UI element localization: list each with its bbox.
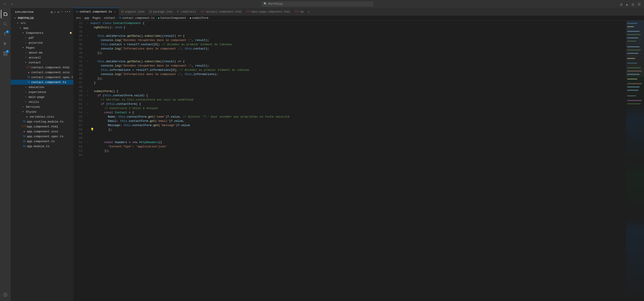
bc-src[interactable]: src bbox=[76, 17, 81, 20]
svg-rect-31 bbox=[626, 21, 644, 77]
layout-sidebar-icon[interactable]: ◫ bbox=[620, 3, 624, 6]
tree-variables-scss[interactable]: ◈ variables.scss bbox=[11, 114, 74, 119]
sidebar-header-icons: ▤ ▭ ↻ − ••• bbox=[51, 10, 71, 14]
tree-polaroid[interactable]: › polaroid bbox=[11, 40, 74, 45]
refresh-icon[interactable]: ↻ bbox=[58, 10, 60, 14]
code-line-35 bbox=[84, 30, 626, 34]
variables-scss-icon: ◈ bbox=[25, 115, 29, 119]
tree-contact-spec[interactable]: TS contact.component.spec.ts bbox=[11, 75, 74, 80]
scss-icon: ◈ bbox=[27, 71, 30, 74]
tree-main-page[interactable]: › main-page bbox=[11, 95, 74, 99]
code-line-50: ▾ if (this.contactForm.valid) { bbox=[84, 93, 626, 98]
pages-label: Pages bbox=[26, 46, 35, 50]
tree-contact-scss[interactable]: ◈ contact.component.scss bbox=[11, 70, 74, 75]
code-line-29: ngOnInit(): void { bbox=[84, 25, 626, 30]
layout-grid-icon[interactable]: ☷ bbox=[638, 3, 642, 6]
tab-package-json[interactable]: {} package.json bbox=[147, 8, 175, 16]
tree-styles[interactable]: ▾ Styles bbox=[11, 109, 74, 114]
tab-angular-json[interactable]: {} angular.json bbox=[119, 8, 147, 16]
bc-method[interactable]: submitForm bbox=[192, 17, 208, 20]
tree-app-routing[interactable]: TS app-routing.module.ts bbox=[11, 119, 74, 124]
tab-contact-ts[interactable]: TS contact.component.ts ✕ bbox=[74, 8, 119, 16]
new-file-icon[interactable]: ▤ bbox=[51, 10, 53, 14]
bc-app[interactable]: app bbox=[84, 17, 89, 20]
code-editor: 13 29 35 36 37 38 39 40 41 42 43 44 45 4… bbox=[74, 21, 644, 301]
tree-skills[interactable]: › skills bbox=[11, 99, 74, 104]
svg-rect-25 bbox=[627, 83, 642, 84]
tree-app-ts[interactable]: TS app.component.ts bbox=[11, 139, 74, 144]
code-line-38: this.contact = result?.contact[0]; // Ac… bbox=[84, 42, 626, 47]
breadcrumb: src › app › Pages › contact › TS contact… bbox=[74, 16, 644, 21]
tree-app-module[interactable]: TS app.module.ts bbox=[11, 144, 74, 149]
bc-contact[interactable]: contact bbox=[104, 17, 115, 20]
forward-button[interactable]: → bbox=[9, 1, 14, 7]
app-html-label: app.component.html bbox=[27, 125, 58, 128]
bc-filename[interactable]: contact.component.ts bbox=[122, 17, 154, 20]
components-dot bbox=[70, 32, 72, 34]
app-html-icon: </> bbox=[22, 125, 26, 128]
tree-contact-ts[interactable]: TS contact.component.ts bbox=[11, 80, 74, 85]
src-label: src bbox=[20, 22, 26, 25]
tree-about-me[interactable]: › about-me bbox=[11, 50, 74, 55]
tab-ab[interactable]: </> ab bbox=[293, 8, 306, 16]
tree-app-html[interactable]: </> app.component.html bbox=[11, 124, 74, 129]
bc-sep6: › bbox=[187, 17, 189, 20]
bc-sep3: › bbox=[102, 17, 103, 20]
tree-root-portfolio[interactable]: ▾ PORTFOLIO bbox=[11, 16, 74, 21]
tree-app-scss[interactable]: ◈ app.component.scss bbox=[11, 129, 74, 134]
more-icon[interactable]: ••• bbox=[64, 10, 71, 14]
code-line-52: ▾ if (this.contactForm) { bbox=[84, 102, 626, 106]
tree-pdf[interactable]: › pdf bbox=[11, 35, 74, 40]
tree-experience[interactable]: › experience bbox=[11, 90, 74, 95]
code-line-64 bbox=[84, 153, 626, 157]
tree-pages[interactable]: ▾ Pages bbox=[11, 45, 74, 50]
bc-class[interactable]: ContactComponent bbox=[160, 17, 186, 20]
tab-main-page-html[interactable]: </> main-page.component.html bbox=[244, 8, 293, 16]
tree-education[interactable]: › education bbox=[11, 85, 74, 90]
tree-src[interactable]: ▾ src bbox=[11, 21, 74, 26]
code-line-13: ▾ export class ContactComponent { bbox=[84, 21, 626, 25]
bc-sep2: › bbox=[90, 17, 92, 20]
tree-components[interactable]: ▾ Components bbox=[11, 31, 74, 35]
activity-run[interactable] bbox=[1, 39, 10, 48]
activity-search[interactable] bbox=[1, 20, 10, 29]
bc-pages[interactable]: Pages bbox=[93, 17, 101, 20]
tree-services[interactable]: › Services bbox=[11, 104, 74, 109]
activity-source-control[interactable]: 4 bbox=[1, 29, 10, 38]
code-line-49: ▾ submitForm() { bbox=[84, 89, 626, 93]
contact-label: contact bbox=[29, 61, 41, 64]
svg-rect-30 bbox=[627, 103, 641, 104]
tab-more-button[interactable]: ⋯ bbox=[306, 8, 312, 16]
sidebar: EXPLORATEUR ▤ ▭ ↻ − ••• ▾ PORTFOLIO ▾ sr… bbox=[11, 8, 74, 301]
back-button[interactable]: ← bbox=[2, 1, 8, 7]
svg-rect-27 bbox=[627, 90, 638, 91]
tree-contact-html[interactable]: </> contact.component.html bbox=[11, 65, 74, 70]
tab-close-contact[interactable]: ✕ bbox=[113, 10, 116, 14]
tree-accueil[interactable]: › accueil bbox=[11, 55, 74, 60]
tab-redirects[interactable]: ≡ _redirects bbox=[175, 8, 198, 16]
education-label: education bbox=[29, 86, 44, 89]
code-line-43: console.log('Données récupérées dans le … bbox=[84, 64, 626, 68]
tab-accueil-html[interactable]: </> accueil.component.html bbox=[198, 8, 244, 16]
new-folder-icon[interactable]: ▭ bbox=[54, 10, 56, 14]
code-content[interactable]: ▾ export class ContactComponent { ngOnIn… bbox=[84, 21, 626, 301]
activity-explorer[interactable] bbox=[1, 10, 10, 19]
code-line-61: ▾ const headers = new HttpHeaders({ bbox=[84, 140, 626, 144]
nav-buttons: ← → bbox=[2, 1, 14, 7]
arrow-pdf: › bbox=[25, 37, 29, 39]
search-bar[interactable]: 🔍 Portfolio bbox=[261, 1, 373, 7]
svg-marker-2 bbox=[4, 42, 7, 46]
contact-spec-label: contact.component.spec.ts bbox=[31, 76, 74, 79]
layout-panel-icon[interactable]: ◭ bbox=[626, 3, 630, 6]
collapse-icon[interactable]: − bbox=[61, 10, 63, 14]
tree-contact[interactable]: ▾ contact bbox=[11, 60, 74, 65]
tab-icon-package: {} bbox=[149, 11, 152, 13]
activity-remote[interactable] bbox=[1, 290, 10, 299]
tab-label-angular: angular.json bbox=[125, 10, 144, 14]
tree-app[interactable]: ▾ app bbox=[11, 26, 74, 31]
bc-sep4: › bbox=[116, 17, 118, 20]
code-line-41 bbox=[84, 55, 626, 59]
layout-split-icon[interactable]: ◫ bbox=[632, 3, 636, 6]
tree-app-spec[interactable]: TS app.component.spec.ts bbox=[11, 134, 74, 139]
activity-extensions[interactable]: 6 bbox=[1, 49, 10, 58]
